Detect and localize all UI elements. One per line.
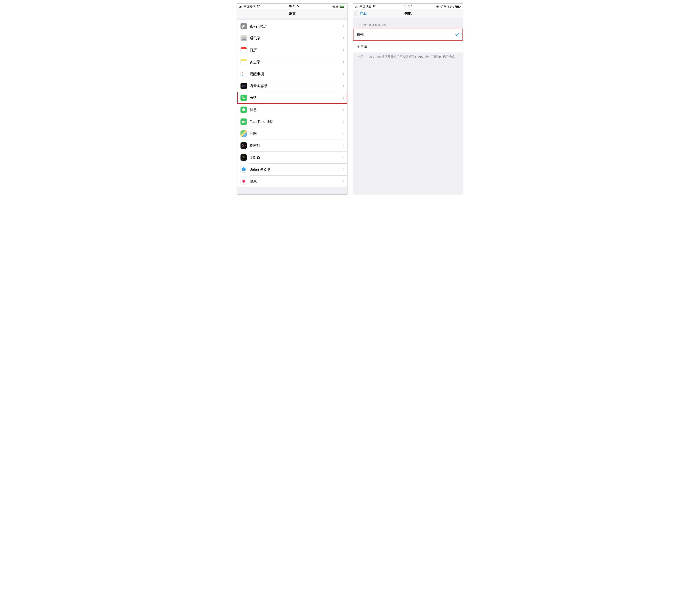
chevron-right-icon [342, 108, 344, 111]
carrier-label: 中国移动 [244, 5, 256, 8]
chevron-right-icon [342, 120, 344, 123]
row-label: 日历 [250, 48, 342, 52]
notes-icon [241, 59, 247, 65]
settings-row-contacts[interactable]: 通讯录 [237, 32, 347, 44]
settings-phone-frame: 中国移动 下午 4:15 95% ⚡ 设置 密码与帐户通讯录日历备忘录———提醒… [237, 3, 348, 195]
settings-row-safari[interactable]: Safari 浏览器 [237, 163, 347, 175]
location-icon [440, 5, 443, 8]
wifi-icon [373, 5, 376, 7]
messages-icon [241, 107, 247, 113]
incoming-call-phone-frame: 中国联通 15:37 86% 电话 来电 IPHONE 解锁时显示为 [353, 3, 463, 194]
calendar-icon [241, 47, 247, 53]
chevron-right-icon [342, 156, 344, 159]
svg-rect-5 [243, 156, 245, 157]
measure-icon [241, 154, 247, 161]
row-label: FaceTime 通话 [250, 119, 342, 124]
signal-icon [239, 5, 243, 7]
settings-row-maps[interactable]: 地图 [237, 128, 347, 139]
incoming-option-fullscreen[interactable]: 全屏幕 [353, 41, 463, 52]
svg-rect-1 [245, 37, 246, 38]
reminders-icon: ——— [241, 71, 247, 77]
chevron-right-icon [342, 49, 344, 52]
voice-icon [241, 83, 247, 89]
chevron-right-icon [342, 168, 344, 171]
nav-title: 设置 [237, 11, 347, 16]
row-label: 备忘录 [250, 60, 342, 64]
row-label: 指南针 [250, 143, 342, 148]
svg-point-0 [243, 37, 244, 38]
chevron-right-icon [342, 180, 344, 183]
alarm-icon [444, 5, 447, 8]
row-label: 信息 [250, 107, 342, 112]
settings-row-reminders[interactable]: ———提醒事项 [237, 68, 347, 80]
row-label: 电话 [250, 96, 342, 100]
settings-row-compass[interactable]: 指南针 [237, 139, 347, 152]
settings-row-notes[interactable]: 备忘录 [237, 56, 347, 68]
settings-row-facetime[interactable]: FaceTime 通话 [237, 116, 347, 128]
group-header: IPHONE 解锁时显示为 [353, 18, 463, 29]
row-label: 健康 [250, 179, 342, 184]
row-label: 密码与帐户 [250, 24, 342, 29]
status-bar: 中国联通 15:37 86% [353, 4, 463, 9]
row-label: 地图 [250, 131, 342, 136]
key-icon [241, 23, 247, 29]
facetime-icon [241, 119, 247, 125]
chevron-right-icon [342, 84, 344, 87]
chevron-right-icon [342, 36, 344, 40]
battery-pct-label: 95% [332, 5, 338, 8]
checkmark-icon [455, 33, 459, 36]
chevron-right-icon [342, 72, 344, 76]
row-label: 测距仪 [250, 155, 342, 160]
maps-icon [241, 130, 247, 137]
row-label: 语音备忘录 [250, 83, 342, 88]
option-label: 横幅 [353, 32, 455, 37]
contacts-icon [241, 35, 247, 41]
safari-icon [241, 166, 247, 173]
settings-row-passwords-accounts[interactable]: 密码与帐户 [237, 20, 347, 32]
incoming-option-banner[interactable]: 横幅 [353, 29, 463, 41]
row-label: 通讯录 [250, 36, 342, 41]
battery-icon: ⚡ [340, 5, 345, 7]
option-label: 全屏幕 [353, 44, 463, 49]
settings-row-calendar[interactable]: 日历 [237, 44, 347, 56]
settings-row-messages[interactable]: 信息 [237, 104, 347, 116]
chevron-right-icon [342, 132, 344, 135]
settings-row-health[interactable]: 健康 [237, 175, 347, 187]
battery-pct-label: 86% [448, 5, 454, 8]
settings-row-phone[interactable]: 电话 [237, 92, 347, 104]
nav-bar: 电话 来电 [353, 9, 463, 18]
health-icon [241, 178, 247, 184]
chevron-right-icon [342, 144, 344, 147]
chevron-right-icon [342, 96, 344, 99]
wifi-icon [257, 5, 260, 7]
nav-bar: 设置 [237, 9, 347, 18]
compass-icon [241, 142, 247, 149]
carrier-label: 中国联通 [359, 5, 371, 8]
signal-icon [355, 5, 358, 7]
group-footer: “电话”、FaceTime 通话及其他用于接听通话的 App 将使用所选的显示样… [353, 52, 463, 59]
incoming-call-options: IPHONE 解锁时显示为 横幅全屏幕 “电话”、FaceTime 通话及其他用… [353, 18, 463, 194]
row-label: Safari 浏览器 [250, 167, 342, 172]
settings-row-measure[interactable]: 测距仪 [237, 152, 347, 163]
rotation-lock-icon [436, 5, 439, 8]
svg-rect-2 [245, 38, 246, 39]
settings-row-voice-memos[interactable]: 语音备忘录 [237, 80, 347, 92]
battery-icon [455, 5, 461, 7]
nav-title: 来电 [353, 11, 463, 16]
phone-icon [241, 95, 247, 101]
svg-rect-3 [245, 39, 246, 40]
chevron-right-icon [342, 60, 344, 63]
row-label: 提醒事项 [250, 72, 342, 76]
settings-list[interactable]: 密码与帐户通讯录日历备忘录———提醒事项语音备忘录电话信息FaceTime 通话… [237, 18, 347, 194]
status-bar: 中国移动 下午 4:15 95% ⚡ [237, 4, 347, 9]
chevron-right-icon [342, 25, 344, 28]
